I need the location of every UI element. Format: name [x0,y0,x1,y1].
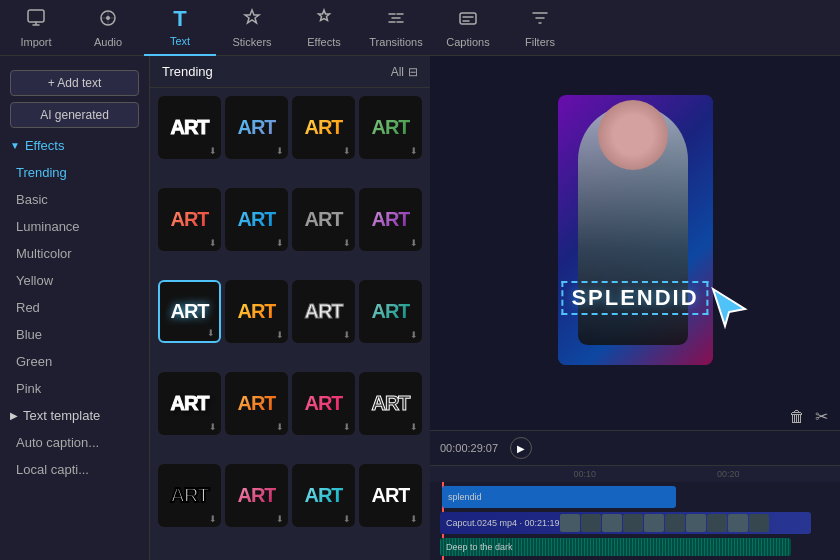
ai-generated-button[interactable]: AI generated [10,102,139,128]
art-text-7: ART [304,208,342,231]
art-card-18[interactable]: ART ⬇ [225,464,288,527]
art-card-14[interactable]: ART ⬇ [225,372,288,435]
sidebar-item-blue[interactable]: Blue [0,321,149,348]
download-icon-18: ⬇ [276,514,284,524]
cursor-arrow [705,284,750,333]
download-icon-19: ⬇ [343,514,351,524]
nav-effects[interactable]: Effects [288,0,360,56]
nav-captions[interactable]: Captions [432,0,504,56]
download-icon-15: ⬇ [343,422,351,432]
download-icon-13: ⬇ [209,422,217,432]
art-card-6[interactable]: ART ⬇ [225,188,288,251]
art-card-8[interactable]: ART ⬇ [359,188,422,251]
art-card-5[interactable]: ART ⬇ [158,188,221,251]
download-icon-8: ⬇ [410,238,418,248]
sidebar-item-multicolor[interactable]: Multicolor [0,240,149,267]
art-text-12: ART [371,300,409,323]
track-audio-label: Deep to the dark [446,542,513,552]
center-panel: Trending All ⊟ ART ⬇ ART ⬇ ART ⬇ ART ⬇ [150,56,430,560]
sidebar-item-auto-caption[interactable]: Auto caption... [0,429,149,456]
art-card-15[interactable]: ART ⬇ [292,372,355,435]
art-card-12[interactable]: ART ⬇ [359,280,422,343]
nav-text[interactable]: T Text [144,0,216,56]
ruler-mark-10: 00:10 [574,469,597,479]
thumb-8 [707,514,727,532]
trending-label: Trending [162,64,213,79]
sidebar-item-pink[interactable]: Pink [0,375,149,402]
effects-section-label: Effects [25,138,65,153]
all-label: All [391,65,404,79]
filters-icon [530,8,550,33]
effects-arrow-icon: ▼ [10,140,20,151]
text-template-section-header[interactable]: ▶ Text template [0,402,149,429]
nav-audio-label: Audio [94,36,122,48]
play-button[interactable]: ▶ [510,437,532,459]
download-icon-17: ⬇ [209,514,217,524]
thumb-6 [665,514,685,532]
nav-filters[interactable]: Filters [504,0,576,56]
download-icon-2: ⬇ [276,146,284,156]
download-icon-3: ⬇ [343,146,351,156]
track-splendid[interactable]: splendid [442,486,676,508]
nav-transitions-label: Transitions [369,36,422,48]
art-card-3[interactable]: ART ⬇ [292,96,355,159]
center-header: Trending All ⊟ [150,56,430,88]
art-card-13[interactable]: ART ⬇ [158,372,221,435]
art-card-9[interactable]: ART ⬇ [158,280,221,343]
download-icon-1: ⬇ [209,146,217,156]
nav-audio[interactable]: Audio [72,0,144,56]
time-display: 00:00:29:07 [440,442,498,454]
all-filter-button[interactable]: All ⊟ [391,65,418,79]
art-text-6: ART [237,208,275,231]
sidebar-item-trending[interactable]: Trending [0,159,149,186]
art-text-8: ART [371,208,409,231]
svg-rect-3 [460,13,476,24]
sidebar-item-local-caption[interactable]: Local capti... [0,456,149,483]
thumb-1 [560,514,580,532]
timeline-ruler: 00:10 00:20 [430,466,840,482]
art-text-13: ART [170,392,208,415]
track-audio[interactable]: Deep to the dark [440,538,791,556]
download-icon-9: ⬇ [207,328,215,338]
art-card-10[interactable]: ART ⬇ [225,280,288,343]
sidebar-item-red[interactable]: Red [0,294,149,321]
text-template-arrow-icon: ▶ [10,410,18,421]
nav-captions-label: Captions [446,36,489,48]
sidebar-item-green[interactable]: Green [0,348,149,375]
art-card-11[interactable]: ART ⬇ [292,280,355,343]
nav-import[interactable]: Import [0,0,72,56]
art-text-1: ART [170,116,208,139]
effects-section-header[interactable]: ▼ Effects [0,132,149,159]
art-card-7[interactable]: ART ⬇ [292,188,355,251]
effects-icon [314,8,334,33]
thumb-7 [686,514,706,532]
art-card-16[interactable]: ART ⬇ [359,372,422,435]
sidebar-item-basic[interactable]: Basic [0,186,149,213]
split-button[interactable]: ✂ [815,407,828,426]
nav-transitions[interactable]: Transitions [360,0,432,56]
main-content: + Add text AI generated ▼ Effects Trendi… [0,56,840,560]
left-sidebar: + Add text AI generated ▼ Effects Trendi… [0,56,150,560]
video-preview: SPLENDID [430,56,840,403]
thumb-10 [749,514,769,532]
track-video[interactable]: Capcut.0245 mp4 · 00:21:19 [440,512,811,534]
track-video-label: Capcut.0245 mp4 · 00:21:19 [446,518,560,528]
art-card-1[interactable]: ART ⬇ [158,96,221,159]
art-text-9: ART [170,300,208,323]
art-card-4[interactable]: ART ⬇ [359,96,422,159]
nav-effects-label: Effects [307,36,340,48]
sidebar-item-yellow[interactable]: Yellow [0,267,149,294]
art-text-14: ART [237,392,275,415]
nav-stickers[interactable]: Stickers [216,0,288,56]
sidebar-item-luminance[interactable]: Luminance [0,213,149,240]
art-card-19[interactable]: ART ⬇ [292,464,355,527]
add-text-button[interactable]: + Add text [10,70,139,96]
art-card-20[interactable]: ART ⬇ [359,464,422,527]
art-text-11: ART [304,300,342,323]
delete-button[interactable]: 🗑 [789,408,805,426]
art-card-17[interactable]: ART ⬇ [158,464,221,527]
art-text-2: ART [237,116,275,139]
stickers-icon [242,8,262,33]
top-navigation: Import Audio T Text Stickers Effects Tra… [0,0,840,56]
art-card-2[interactable]: ART ⬇ [225,96,288,159]
